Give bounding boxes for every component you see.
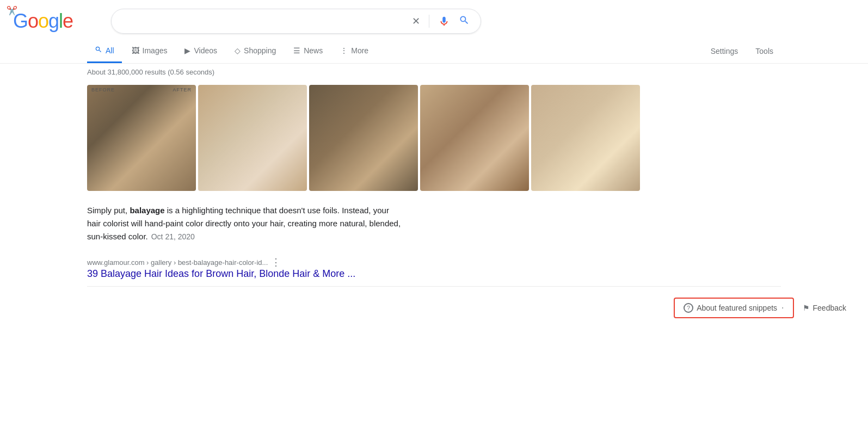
source-area: www.glamour.com › gallery › best-balayag… <box>0 252 868 284</box>
about-snippets-button[interactable]: ? About featured snippets · <box>674 298 793 318</box>
image-strip-item-3[interactable] <box>309 85 418 191</box>
feedback-flag-icon: ⚑ <box>803 304 810 312</box>
microphone-icon <box>438 15 450 27</box>
tab-videos-label: Videos <box>194 46 217 55</box>
snippet-date: Oct 21, 2020 <box>151 232 195 241</box>
search-bar: what is balayage ✕ <box>111 9 481 34</box>
question-icon: ? <box>684 303 693 313</box>
tab-shopping[interactable]: ◇ Shopping <box>227 40 284 63</box>
tab-images[interactable]: 🖼 Images <box>124 40 175 63</box>
more-nav-icon: ⋮ <box>340 46 348 55</box>
result-count: About 31,800,000 results (0.56 seconds) <box>0 64 868 81</box>
news-nav-icon: ☰ <box>293 46 300 55</box>
shopping-nav-icon: ◇ <box>235 46 241 55</box>
clear-button[interactable]: ✕ <box>410 13 422 29</box>
snippets-bar: ? About featured snippets · ⚑ Feedback <box>0 291 868 325</box>
videos-nav-icon: ▶ <box>184 46 190 55</box>
result-count-text: About 31,800,000 results (0.56 seconds) <box>87 68 214 76</box>
snippet-text: Simply put, balayage is a highlighting t… <box>87 204 403 243</box>
image-strip: BEFORE AFTER <box>0 81 868 195</box>
tab-more[interactable]: ⋮ More <box>333 40 376 63</box>
google-logo: ✂️ Google <box>13 10 73 33</box>
search-divider <box>429 15 429 28</box>
about-snippets-label: About featured snippets <box>697 304 777 312</box>
nav-tabs: All 🖼 Images ▶ Videos ◇ Shopping ☰ News … <box>0 39 868 64</box>
snippets-dot: · <box>781 303 784 313</box>
tools-link[interactable]: Tools <box>748 40 781 62</box>
tab-all-label: All <box>106 46 114 55</box>
tab-news-label: News <box>304 46 323 55</box>
image-strip-item-5[interactable] <box>531 85 640 191</box>
feedback-button[interactable]: ⚑ Feedback <box>794 299 855 317</box>
header: ✂️ Google what is balayage ✕ <box>0 0 868 39</box>
search-bar-wrapper: what is balayage ✕ <box>111 9 481 34</box>
before-label: BEFORE <box>91 87 115 92</box>
snippet-text-before: Simply put, <box>87 206 130 215</box>
tab-news[interactable]: ☰ News <box>286 40 330 63</box>
snippet-bold-word: balayage <box>130 206 164 215</box>
snippet-area: Simply put, balayage is a highlighting t… <box>0 195 490 252</box>
source-url: www.glamour.com › gallery › best-balayag… <box>87 256 781 268</box>
tab-images-label: Images <box>143 46 168 55</box>
tab-more-label: More <box>351 46 368 55</box>
image-strip-item-1[interactable]: BEFORE AFTER <box>87 85 196 191</box>
scissors-decoration: ✂️ <box>7 5 17 16</box>
search-nav-icon <box>95 46 102 55</box>
tab-videos[interactable]: ▶ Videos <box>177 40 225 63</box>
image-strip-item-4[interactable] <box>420 85 529 191</box>
search-button[interactable] <box>457 13 472 30</box>
before-after-labels: BEFORE AFTER <box>87 85 196 95</box>
settings-link[interactable]: Settings <box>703 40 746 62</box>
divider <box>87 286 781 287</box>
after-label: AFTER <box>173 87 192 92</box>
voice-search-button[interactable] <box>436 13 452 29</box>
source-title-link[interactable]: 39 Balayage Hair Ideas for Brown Hair, B… <box>87 268 355 279</box>
search-input[interactable]: what is balayage <box>120 16 405 26</box>
image-strip-item-2[interactable] <box>198 85 307 191</box>
tab-shopping-label: Shopping <box>244 46 276 55</box>
logo-area: ✂️ Google <box>13 10 100 33</box>
feedback-label: Feedback <box>813 304 846 312</box>
clear-icon: ✕ <box>412 15 420 27</box>
search-icon <box>459 15 470 28</box>
images-nav-icon: 🖼 <box>132 46 139 55</box>
source-more-options[interactable]: ⋮ <box>271 256 281 268</box>
source-url-text: www.glamour.com › gallery › best-balayag… <box>87 258 268 267</box>
tab-all[interactable]: All <box>87 39 122 63</box>
nav-right: Settings Tools <box>703 40 781 62</box>
logo-text: Google <box>13 10 73 32</box>
